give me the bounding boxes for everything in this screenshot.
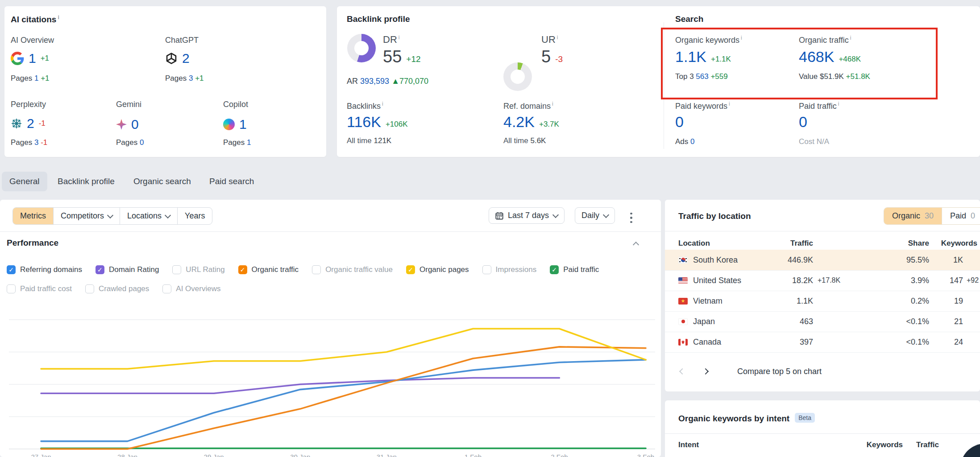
chatgpt-value[interactable]: 2 [182,51,190,66]
col-header-intent[interactable]: Intent [678,441,699,449]
toggle-organic[interactable]: Organic30 [884,208,942,224]
checkbox-label: Organic pages [419,265,469,274]
date-range-button[interactable]: Last 7 days [489,207,565,224]
checkbox-label: Referring domains [20,265,82,274]
tab-general[interactable]: General [2,172,47,191]
info-icon[interactable]: i [399,34,400,41]
series-line-referring-domains[interactable] [41,360,646,441]
more-options-button[interactable] [628,210,634,226]
beta-badge: Beta [795,413,815,423]
organic-keywords-delta: +1.1K [711,55,731,64]
backlinks-delta: +106K [386,120,408,129]
unchecked-box-icon [172,265,181,274]
performance-title: Performance [7,238,58,248]
calendar-icon [495,212,503,220]
checkbox-crawled-pages[interactable]: Crawled pages [85,284,149,293]
organic-keywords-value[interactable]: 1.1K [675,48,706,66]
checkbox-referring-domains[interactable]: ✓Referring domains [7,265,82,274]
next-page-button[interactable] [698,364,713,379]
series-line-domain-rating[interactable] [41,378,559,394]
backlinks-alltime: All time 121K [347,136,391,145]
backlink-profile-title: Backlink profile [347,14,410,24]
info-icon[interactable]: i [850,35,851,41]
checkbox-paid-traffic-cost[interactable]: Paid traffic cost [7,284,72,293]
checkbox-label: Organic traffic value [325,265,393,274]
checkbox-domain-rating[interactable]: ✓Domain Rating [96,265,159,274]
ref-domains-value[interactable]: 4.2K [503,113,535,131]
performance-chart[interactable]: 27 Jan28 Jan29 Jan30 Jan31 Jan1 Feb2 Feb… [9,305,660,457]
perplexity-value[interactable]: 2 [27,116,34,131]
location-row-japan[interactable]: Japan 463 <0.1% 21 [665,311,980,332]
dr-delta: +12 [406,54,420,64]
ai-citations-card: AI citationsi AI Overview 1 +1 Pages 1 +… [4,6,326,157]
checkbox-label: Impressions [496,265,537,274]
location-row-canada[interactable]: Canada 397 <0.1% 24 [665,332,980,353]
backlinks-value[interactable]: 116K [347,113,381,131]
ur-label: URi [541,34,558,45]
locations-filter-button[interactable]: Locations [120,208,177,224]
checkbox-label: Paid traffic cost [20,284,72,293]
paid-traffic-value[interactable]: 0 [799,113,807,131]
ai-overview-pages: Pages 1 +1 [11,74,50,83]
location-row-vietnam[interactable]: Vietnam 1.1K 0.2% 19 [665,291,980,312]
prev-page-button[interactable] [675,364,690,379]
checkbox-paid-traffic[interactable]: ✓Paid traffic [550,265,599,274]
col-header-intent-keywords[interactable]: Keywords [843,441,903,449]
ai-overview-value[interactable]: 1 [29,51,36,66]
tab-paid-search[interactable]: Paid search [202,172,262,191]
years-filter-button[interactable]: Years [177,208,212,224]
gemini-label: Gemini [116,100,141,109]
keywords-by-intent-panel: Organic keywords by intentBeta Intent Ke… [665,400,980,457]
paid-keywords-value[interactable]: 0 [675,113,684,131]
location-row-united-states[interactable]: United States 18.2K +17.8K 3.9% 147 +92 [665,270,980,291]
tab-organic-search[interactable]: Organic search [126,172,199,191]
competitors-filter-button[interactable]: Competitors [53,208,120,224]
copilot-label: Copilot [223,100,248,109]
collapse-section-button[interactable] [634,241,638,249]
chevron-down-icon [165,212,171,218]
ref-domains-delta: +3.7K [539,120,559,129]
perplexity-label: Perplexity [11,100,46,109]
organic-keywords-sub: Top 3 563 +559 [675,72,728,81]
checkbox-url-rating[interactable]: URL Rating [172,265,224,274]
granularity-button[interactable]: Daily [575,207,615,224]
info-icon[interactable]: i [729,101,730,107]
copilot-value[interactable]: 1 [239,117,247,132]
gemini-value[interactable]: 0 [131,117,139,132]
unchecked-box-icon [162,284,171,293]
col-header-intent-traffic[interactable]: Traffic [906,441,939,449]
checkbox-organic-traffic[interactable]: ✓Organic traffic [238,265,299,274]
checkbox-label: Domain Rating [109,265,159,274]
organic-traffic-value[interactable]: 468K [799,48,834,66]
ar-line: AR 393,593 ▲770,070 [347,77,428,86]
info-icon[interactable]: i [382,101,383,107]
divider [665,231,980,231]
tab-backlink-profile[interactable]: Backlink profile [50,172,122,191]
info-icon[interactable]: i [557,34,558,41]
info-icon[interactable]: i [741,35,742,41]
col-header-traffic[interactable]: Traffic [745,239,813,248]
location-row-south-korea[interactable]: South Korea 446.9K 95.5% 1K [665,250,980,271]
checkbox-impressions[interactable]: Impressions [482,265,537,274]
x-axis-label: 2 Feb [551,453,568,457]
info-icon[interactable]: i [838,101,839,107]
x-axis-label: 31 Jan [377,453,397,457]
info-icon[interactable]: i [552,101,553,107]
checkbox-ai-overviews[interactable]: AI Overviews [162,284,220,293]
checkbox-organic-traffic-value[interactable]: Organic traffic value [312,265,393,274]
paid-keywords-sub: Ads 0 [675,137,695,146]
divider [0,231,661,232]
col-header-keywords[interactable]: Keywords [915,239,977,248]
chatgpt-pages: Pages 3 +1 [165,74,204,83]
search-title: Search [675,14,703,24]
chatgpt-label: ChatGPT [165,36,199,45]
metrics-filter-button[interactable]: Metrics [13,208,53,224]
ref-domains-label: Ref. domainsi [503,101,553,111]
toggle-paid[interactable]: Paid0 [942,208,980,224]
paid-traffic-sub: Cost N/A [799,137,829,146]
info-icon[interactable]: i [58,14,59,21]
checkbox-organic-pages[interactable]: ✓Organic pages [406,265,469,274]
x-axis-label: 28 Jan [117,453,137,457]
checked-box-icon: ✓ [96,265,104,274]
col-header-location[interactable]: Location [678,239,710,248]
